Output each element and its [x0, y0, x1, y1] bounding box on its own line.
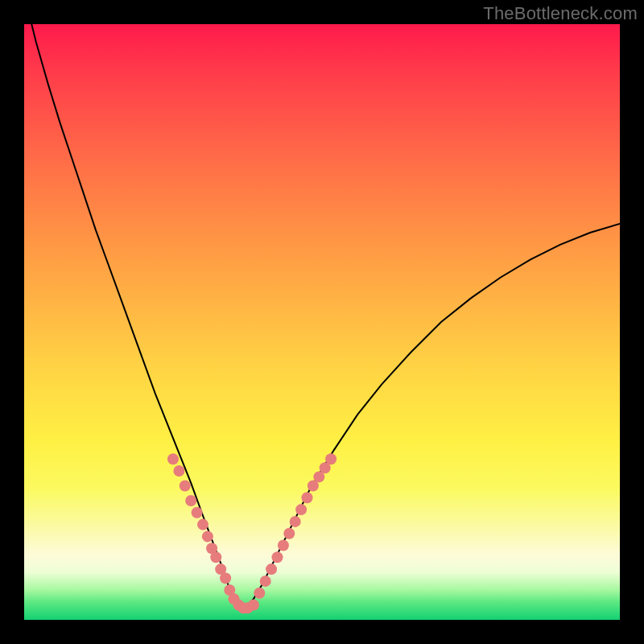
chart-frame: TheBottleneck.com	[0, 0, 644, 644]
highlight-marker	[266, 564, 277, 575]
curve-right-branch	[238, 224, 620, 608]
highlight-marker	[325, 453, 336, 464]
highlight-marker	[272, 551, 283, 563]
highlight-marker	[290, 516, 301, 527]
highlight-markers	[167, 453, 336, 613]
curve-left-branch	[24, 24, 238, 605]
highlight-marker	[278, 540, 289, 551]
highlight-marker	[167, 453, 179, 464]
highlight-marker	[254, 588, 265, 599]
highlight-marker	[295, 504, 307, 515]
highlight-marker	[173, 465, 184, 477]
highlight-marker	[185, 495, 196, 506]
highlight-marker	[260, 576, 271, 587]
highlight-marker	[248, 600, 259, 611]
highlight-marker	[180, 481, 191, 492]
chart-svg	[24, 24, 620, 620]
highlight-marker	[220, 572, 231, 584]
watermark-text: TheBottleneck.com	[483, 3, 638, 24]
highlight-marker	[283, 528, 295, 539]
plot-area	[24, 24, 620, 620]
highlight-marker	[302, 492, 313, 503]
highlight-marker	[202, 530, 213, 542]
highlight-marker	[210, 551, 221, 563]
highlight-marker	[197, 519, 208, 530]
highlight-marker	[192, 507, 203, 518]
